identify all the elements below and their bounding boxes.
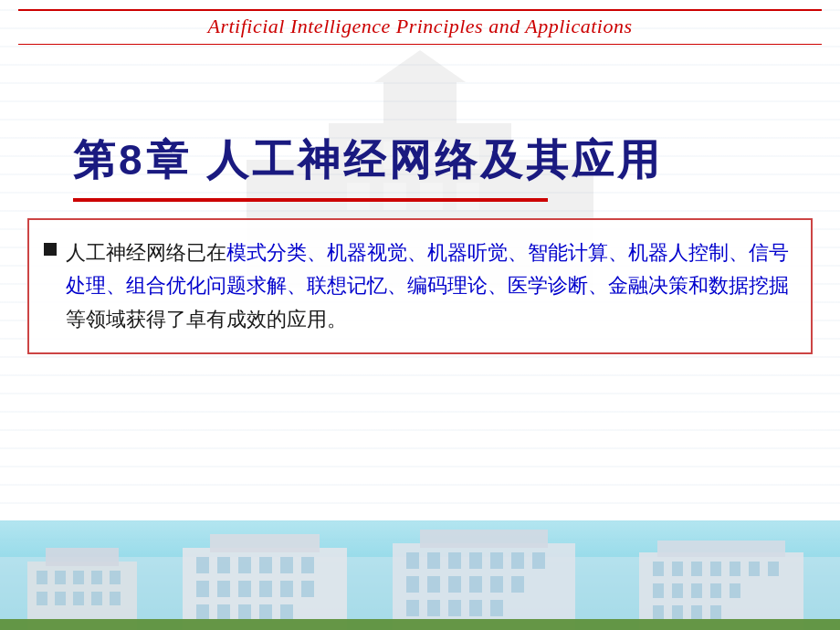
svg-rect-77	[710, 562, 721, 576]
header-title: Artificial Intelligence Principles and A…	[207, 11, 632, 42]
svg-rect-68	[427, 600, 440, 616]
svg-rect-69	[448, 600, 461, 616]
svg-rect-29	[55, 592, 66, 605]
bottom-building	[0, 520, 840, 630]
svg-rect-30	[73, 592, 84, 605]
svg-rect-34	[210, 534, 320, 552]
svg-rect-53	[420, 530, 548, 548]
chapter-underline	[73, 198, 548, 202]
svg-rect-84	[710, 583, 721, 598]
header: Artificial Intelligence Principles and A…	[0, 0, 840, 50]
bullet-icon	[44, 243, 57, 256]
svg-rect-67	[406, 600, 419, 616]
svg-rect-70	[469, 600, 482, 616]
svg-rect-57	[469, 552, 482, 569]
svg-rect-75	[672, 562, 683, 576]
svg-rect-42	[217, 581, 230, 597]
highlight-text: 模式分类、机器视觉、机器听觉、智能计算、机器人控制、信号处理、组合优化问题求解、…	[66, 241, 789, 297]
svg-rect-63	[448, 576, 461, 593]
svg-rect-23	[37, 571, 47, 584]
svg-rect-60	[532, 552, 545, 569]
svg-rect-38	[259, 557, 272, 573]
svg-rect-79	[749, 562, 760, 576]
svg-rect-83	[691, 583, 702, 598]
svg-rect-25	[73, 571, 84, 584]
svg-rect-50	[259, 604, 272, 621]
slide-container: Artificial Intelligence Principles and A…	[0, 0, 840, 630]
svg-rect-81	[653, 583, 664, 598]
chapter-title: 第8章 人工神经网络及其应用	[73, 132, 785, 189]
svg-rect-66	[511, 576, 524, 593]
bottom-building-svg	[0, 520, 840, 630]
svg-rect-71	[490, 600, 503, 616]
svg-rect-37	[238, 557, 251, 573]
svg-rect-65	[490, 576, 503, 593]
header-line-bottom	[18, 44, 822, 45]
svg-rect-36	[217, 557, 230, 573]
svg-rect-49	[238, 604, 251, 621]
svg-rect-26	[91, 571, 102, 584]
svg-rect-78	[730, 562, 740, 576]
chapter-section: 第8章 人工神经网络及其应用	[0, 50, 840, 202]
svg-rect-88	[691, 605, 702, 620]
svg-rect-28	[37, 592, 47, 605]
svg-rect-45	[280, 581, 293, 597]
svg-rect-86	[653, 605, 664, 620]
svg-rect-91	[0, 619, 840, 630]
content-paragraph: 人工神经网络已在模式分类、机器视觉、机器听觉、智能计算、机器人控制、信号处理、组…	[44, 236, 789, 336]
content-box: 人工神经网络已在模式分类、机器视觉、机器听觉、智能计算、机器人控制、信号处理、组…	[27, 218, 813, 354]
svg-rect-40	[301, 557, 314, 573]
svg-rect-41	[196, 581, 209, 597]
svg-rect-85	[730, 583, 740, 598]
svg-rect-64	[469, 576, 482, 593]
svg-rect-61	[406, 576, 419, 593]
svg-rect-74	[653, 562, 664, 576]
svg-rect-52	[393, 543, 575, 630]
svg-rect-51	[280, 604, 293, 621]
svg-rect-87	[672, 605, 683, 620]
svg-rect-82	[672, 583, 683, 598]
svg-rect-55	[427, 552, 440, 569]
svg-rect-62	[427, 576, 440, 593]
svg-rect-22	[46, 548, 119, 566]
svg-rect-76	[691, 562, 702, 576]
svg-rect-27	[110, 571, 121, 584]
svg-rect-31	[91, 592, 102, 605]
svg-rect-56	[448, 552, 461, 569]
content-text: 人工神经网络已在模式分类、机器视觉、机器听觉、智能计算、机器人控制、信号处理、组…	[66, 236, 789, 336]
svg-rect-44	[259, 581, 272, 597]
svg-rect-80	[768, 562, 779, 576]
svg-rect-24	[55, 571, 66, 584]
svg-rect-48	[217, 604, 230, 621]
svg-rect-58	[490, 552, 503, 569]
svg-rect-73	[657, 541, 785, 557]
svg-rect-35	[196, 557, 209, 573]
svg-rect-47	[196, 604, 209, 621]
svg-rect-89	[710, 605, 721, 620]
svg-rect-43	[238, 581, 251, 597]
svg-rect-32	[110, 592, 121, 605]
svg-rect-39	[280, 557, 293, 573]
svg-rect-54	[406, 552, 419, 569]
svg-rect-59	[511, 552, 524, 569]
svg-rect-46	[301, 581, 314, 597]
